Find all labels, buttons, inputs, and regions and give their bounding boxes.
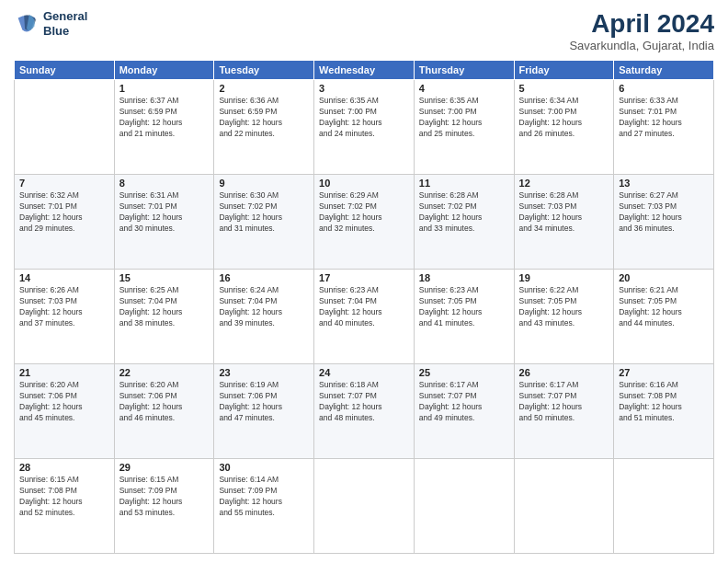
calendar-cell: 7Sunrise: 6:32 AM Sunset: 7:01 PM Daylig… bbox=[15, 175, 115, 270]
calendar-cell: 6Sunrise: 6:33 AM Sunset: 7:01 PM Daylig… bbox=[614, 80, 714, 175]
header-cell-sunday: Sunday bbox=[15, 61, 115, 80]
day-number: 26 bbox=[519, 367, 609, 378]
day-number: 16 bbox=[219, 272, 309, 283]
day-info: Sunrise: 6:32 AM Sunset: 7:01 PM Dayligh… bbox=[19, 190, 109, 235]
week-row-3: 14Sunrise: 6:26 AM Sunset: 7:03 PM Dayli… bbox=[15, 270, 714, 364]
calendar-cell: 25Sunrise: 6:17 AM Sunset: 7:07 PM Dayli… bbox=[414, 364, 514, 459]
week-row-5: 28Sunrise: 6:15 AM Sunset: 7:08 PM Dayli… bbox=[15, 459, 714, 554]
calendar-cell: 4Sunrise: 6:35 AM Sunset: 7:00 PM Daylig… bbox=[414, 80, 514, 175]
day-info: Sunrise: 6:20 AM Sunset: 7:06 PM Dayligh… bbox=[19, 380, 109, 424]
calendar-header: SundayMondayTuesdayWednesdayThursdayFrid… bbox=[15, 61, 714, 80]
day-info: Sunrise: 6:16 AM Sunset: 7:08 PM Dayligh… bbox=[619, 380, 709, 424]
logo: General Blue bbox=[14, 9, 87, 38]
day-number: 14 bbox=[19, 272, 109, 283]
day-number: 11 bbox=[419, 178, 509, 189]
header-cell-monday: Monday bbox=[114, 61, 214, 80]
calendar-cell: 17Sunrise: 6:23 AM Sunset: 7:04 PM Dayli… bbox=[314, 270, 415, 364]
day-number: 21 bbox=[19, 367, 109, 378]
calendar-cell: 30Sunrise: 6:14 AM Sunset: 7:09 PM Dayli… bbox=[214, 459, 314, 554]
day-info: Sunrise: 6:18 AM Sunset: 7:07 PM Dayligh… bbox=[319, 380, 409, 424]
day-number: 28 bbox=[19, 462, 109, 473]
calendar-body: 1Sunrise: 6:37 AM Sunset: 6:59 PM Daylig… bbox=[15, 80, 714, 554]
logo-text: General Blue bbox=[43, 9, 87, 38]
header-cell-thursday: Thursday bbox=[414, 61, 514, 80]
day-info: Sunrise: 6:28 AM Sunset: 7:03 PM Dayligh… bbox=[519, 190, 609, 235]
day-number: 25 bbox=[419, 367, 509, 378]
day-number: 29 bbox=[119, 462, 210, 473]
week-row-4: 21Sunrise: 6:20 AM Sunset: 7:06 PM Dayli… bbox=[15, 364, 714, 459]
header-cell-friday: Friday bbox=[514, 61, 614, 80]
calendar-cell bbox=[15, 80, 115, 175]
calendar-cell: 16Sunrise: 6:24 AM Sunset: 7:04 PM Dayli… bbox=[214, 270, 314, 364]
page: General Blue April 2024 Savarkundla, Guj… bbox=[0, 0, 728, 563]
day-info: Sunrise: 6:23 AM Sunset: 7:05 PM Dayligh… bbox=[419, 285, 509, 329]
day-info: Sunrise: 6:19 AM Sunset: 7:06 PM Dayligh… bbox=[219, 380, 309, 424]
header-cell-wednesday: Wednesday bbox=[314, 61, 415, 80]
calendar-cell: 14Sunrise: 6:26 AM Sunset: 7:03 PM Dayli… bbox=[15, 270, 115, 364]
day-number: 23 bbox=[219, 367, 309, 378]
day-info: Sunrise: 6:27 AM Sunset: 7:03 PM Dayligh… bbox=[619, 190, 709, 235]
day-number: 18 bbox=[419, 272, 509, 283]
day-number: 17 bbox=[319, 272, 409, 283]
calendar-cell: 24Sunrise: 6:18 AM Sunset: 7:07 PM Dayli… bbox=[314, 364, 415, 459]
calendar-cell: 12Sunrise: 6:28 AM Sunset: 7:03 PM Dayli… bbox=[514, 175, 614, 270]
calendar-cell: 23Sunrise: 6:19 AM Sunset: 7:06 PM Dayli… bbox=[214, 364, 314, 459]
day-number: 3 bbox=[319, 83, 409, 94]
day-info: Sunrise: 6:30 AM Sunset: 7:02 PM Dayligh… bbox=[219, 190, 309, 235]
calendar-table: SundayMondayTuesdayWednesdayThursdayFrid… bbox=[14, 60, 714, 554]
day-number: 7 bbox=[19, 178, 109, 189]
header-row: SundayMondayTuesdayWednesdayThursdayFrid… bbox=[15, 61, 714, 80]
day-info: Sunrise: 6:33 AM Sunset: 7:01 PM Dayligh… bbox=[619, 96, 709, 140]
month-title: April 2024 bbox=[569, 9, 714, 39]
header-cell-tuesday: Tuesday bbox=[214, 61, 314, 80]
day-number: 19 bbox=[519, 272, 609, 283]
day-number: 1 bbox=[119, 83, 210, 94]
calendar-cell: 10Sunrise: 6:29 AM Sunset: 7:02 PM Dayli… bbox=[314, 175, 415, 270]
calendar-cell: 22Sunrise: 6:20 AM Sunset: 7:06 PM Dayli… bbox=[114, 364, 214, 459]
day-info: Sunrise: 6:26 AM Sunset: 7:03 PM Dayligh… bbox=[19, 285, 109, 329]
calendar-cell: 21Sunrise: 6:20 AM Sunset: 7:06 PM Dayli… bbox=[15, 364, 115, 459]
day-number: 8 bbox=[119, 178, 210, 189]
day-info: Sunrise: 6:37 AM Sunset: 6:59 PM Dayligh… bbox=[119, 96, 210, 140]
day-number: 20 bbox=[619, 272, 709, 283]
day-info: Sunrise: 6:15 AM Sunset: 7:08 PM Dayligh… bbox=[19, 475, 109, 519]
day-number: 24 bbox=[319, 367, 409, 378]
day-number: 15 bbox=[119, 272, 210, 283]
calendar-cell: 28Sunrise: 6:15 AM Sunset: 7:08 PM Dayli… bbox=[15, 459, 115, 554]
day-info: Sunrise: 6:14 AM Sunset: 7:09 PM Dayligh… bbox=[219, 475, 309, 519]
calendar-cell: 19Sunrise: 6:22 AM Sunset: 7:05 PM Dayli… bbox=[514, 270, 614, 364]
calendar-cell bbox=[514, 459, 614, 554]
day-number: 27 bbox=[619, 367, 709, 378]
calendar-cell: 11Sunrise: 6:28 AM Sunset: 7:02 PM Dayli… bbox=[414, 175, 514, 270]
calendar-cell bbox=[314, 459, 415, 554]
day-info: Sunrise: 6:34 AM Sunset: 7:00 PM Dayligh… bbox=[519, 96, 609, 140]
calendar-cell: 8Sunrise: 6:31 AM Sunset: 7:01 PM Daylig… bbox=[114, 175, 214, 270]
day-info: Sunrise: 6:31 AM Sunset: 7:01 PM Dayligh… bbox=[119, 190, 210, 235]
calendar-cell: 1Sunrise: 6:37 AM Sunset: 6:59 PM Daylig… bbox=[114, 80, 214, 175]
calendar-cell bbox=[414, 459, 514, 554]
header: General Blue April 2024 Savarkundla, Guj… bbox=[14, 9, 714, 52]
calendar-cell: 9Sunrise: 6:30 AM Sunset: 7:02 PM Daylig… bbox=[214, 175, 314, 270]
day-number: 9 bbox=[219, 178, 309, 189]
day-info: Sunrise: 6:15 AM Sunset: 7:09 PM Dayligh… bbox=[119, 475, 210, 519]
day-info: Sunrise: 6:20 AM Sunset: 7:06 PM Dayligh… bbox=[119, 380, 210, 424]
day-info: Sunrise: 6:35 AM Sunset: 7:00 PM Dayligh… bbox=[419, 96, 509, 140]
calendar-cell: 26Sunrise: 6:17 AM Sunset: 7:07 PM Dayli… bbox=[514, 364, 614, 459]
day-info: Sunrise: 6:25 AM Sunset: 7:04 PM Dayligh… bbox=[119, 285, 210, 329]
day-info: Sunrise: 6:23 AM Sunset: 7:04 PM Dayligh… bbox=[319, 285, 409, 329]
day-info: Sunrise: 6:35 AM Sunset: 7:00 PM Dayligh… bbox=[319, 96, 409, 140]
day-info: Sunrise: 6:17 AM Sunset: 7:07 PM Dayligh… bbox=[519, 380, 609, 424]
day-info: Sunrise: 6:29 AM Sunset: 7:02 PM Dayligh… bbox=[319, 190, 409, 235]
day-number: 2 bbox=[219, 83, 309, 94]
logo-icon bbox=[14, 11, 40, 37]
calendar-cell: 15Sunrise: 6:25 AM Sunset: 7:04 PM Dayli… bbox=[114, 270, 214, 364]
calendar-cell: 27Sunrise: 6:16 AM Sunset: 7:08 PM Dayli… bbox=[614, 364, 714, 459]
day-info: Sunrise: 6:22 AM Sunset: 7:05 PM Dayligh… bbox=[519, 285, 609, 329]
calendar-cell bbox=[614, 459, 714, 554]
calendar-cell: 2Sunrise: 6:36 AM Sunset: 6:59 PM Daylig… bbox=[214, 80, 314, 175]
day-number: 22 bbox=[119, 367, 210, 378]
day-number: 13 bbox=[619, 178, 709, 189]
calendar-cell: 5Sunrise: 6:34 AM Sunset: 7:00 PM Daylig… bbox=[514, 80, 614, 175]
day-info: Sunrise: 6:24 AM Sunset: 7:04 PM Dayligh… bbox=[219, 285, 309, 329]
calendar-cell: 20Sunrise: 6:21 AM Sunset: 7:05 PM Dayli… bbox=[614, 270, 714, 364]
